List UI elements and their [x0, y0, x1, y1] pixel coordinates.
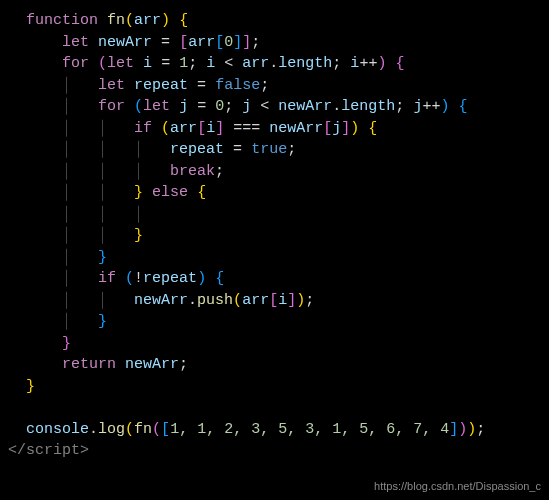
kw-function: function: [26, 12, 98, 29]
closing-script-tag: </script>: [8, 442, 89, 459]
fn-name: fn: [107, 12, 125, 29]
code-block: function fn(arr) { let newArr = [arr[0]]…: [0, 0, 549, 462]
watermark: https://blog.csdn.net/Dispassion_c: [374, 480, 541, 492]
array-literal: 1, 1, 2, 3, 5, 3, 1, 5, 6, 7, 4: [170, 421, 449, 438]
